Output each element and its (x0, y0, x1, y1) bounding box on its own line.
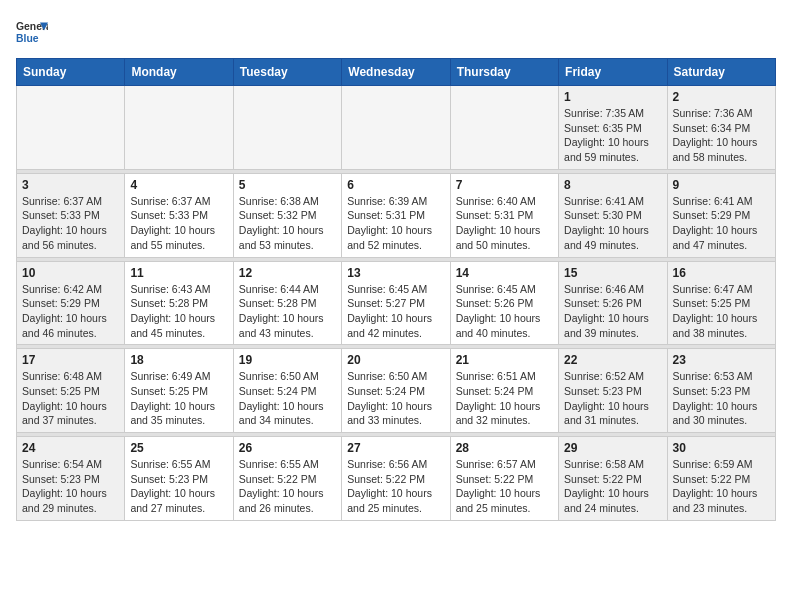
day-info: Sunrise: 6:52 AMSunset: 5:23 PMDaylight:… (564, 369, 661, 428)
day-number: 17 (22, 353, 119, 367)
day-number: 2 (673, 90, 770, 104)
calendar-cell-4-3: 27Sunrise: 6:56 AMSunset: 5:22 PMDayligh… (342, 437, 450, 521)
day-info: Sunrise: 6:49 AMSunset: 5:25 PMDaylight:… (130, 369, 227, 428)
day-number: 27 (347, 441, 444, 455)
day-info: Sunrise: 6:47 AMSunset: 5:25 PMDaylight:… (673, 282, 770, 341)
calendar-cell-3-4: 21Sunrise: 6:51 AMSunset: 5:24 PMDayligh… (450, 349, 558, 433)
calendar-cell-3-1: 18Sunrise: 6:49 AMSunset: 5:25 PMDayligh… (125, 349, 233, 433)
calendar-cell-0-1 (125, 86, 233, 170)
weekday-header-saturday: Saturday (667, 59, 775, 86)
day-number: 1 (564, 90, 661, 104)
weekday-header-thursday: Thursday (450, 59, 558, 86)
day-info: Sunrise: 6:55 AMSunset: 5:22 PMDaylight:… (239, 457, 336, 516)
calendar-cell-1-3: 6Sunrise: 6:39 AMSunset: 5:31 PMDaylight… (342, 173, 450, 257)
day-info: Sunrise: 6:51 AMSunset: 5:24 PMDaylight:… (456, 369, 553, 428)
day-number: 5 (239, 178, 336, 192)
weekday-header-monday: Monday (125, 59, 233, 86)
weekday-header-row: SundayMondayTuesdayWednesdayThursdayFrid… (17, 59, 776, 86)
logo: General Blue (16, 16, 48, 48)
day-number: 26 (239, 441, 336, 455)
day-number: 15 (564, 266, 661, 280)
day-number: 19 (239, 353, 336, 367)
calendar-cell-3-6: 23Sunrise: 6:53 AMSunset: 5:23 PMDayligh… (667, 349, 775, 433)
day-number: 24 (22, 441, 119, 455)
calendar-cell-3-0: 17Sunrise: 6:48 AMSunset: 5:25 PMDayligh… (17, 349, 125, 433)
day-number: 28 (456, 441, 553, 455)
week-row-4: 17Sunrise: 6:48 AMSunset: 5:25 PMDayligh… (17, 349, 776, 433)
day-number: 9 (673, 178, 770, 192)
day-number: 23 (673, 353, 770, 367)
logo-icon: General Blue (16, 16, 48, 48)
day-info: Sunrise: 6:48 AMSunset: 5:25 PMDaylight:… (22, 369, 119, 428)
day-info: Sunrise: 6:56 AMSunset: 5:22 PMDaylight:… (347, 457, 444, 516)
calendar-cell-4-4: 28Sunrise: 6:57 AMSunset: 5:22 PMDayligh… (450, 437, 558, 521)
week-row-2: 3Sunrise: 6:37 AMSunset: 5:33 PMDaylight… (17, 173, 776, 257)
calendar-cell-0-6: 2Sunrise: 7:36 AMSunset: 6:34 PMDaylight… (667, 86, 775, 170)
day-info: Sunrise: 6:50 AMSunset: 5:24 PMDaylight:… (347, 369, 444, 428)
svg-text:Blue: Blue (16, 33, 39, 44)
calendar-cell-2-0: 10Sunrise: 6:42 AMSunset: 5:29 PMDayligh… (17, 261, 125, 345)
calendar-cell-0-4 (450, 86, 558, 170)
day-info: Sunrise: 6:44 AMSunset: 5:28 PMDaylight:… (239, 282, 336, 341)
weekday-header-tuesday: Tuesday (233, 59, 341, 86)
day-number: 4 (130, 178, 227, 192)
calendar-cell-4-6: 30Sunrise: 6:59 AMSunset: 5:22 PMDayligh… (667, 437, 775, 521)
day-info: Sunrise: 6:43 AMSunset: 5:28 PMDaylight:… (130, 282, 227, 341)
day-number: 11 (130, 266, 227, 280)
day-info: Sunrise: 6:38 AMSunset: 5:32 PMDaylight:… (239, 194, 336, 253)
day-number: 22 (564, 353, 661, 367)
day-info: Sunrise: 6:57 AMSunset: 5:22 PMDaylight:… (456, 457, 553, 516)
calendar-cell-3-5: 22Sunrise: 6:52 AMSunset: 5:23 PMDayligh… (559, 349, 667, 433)
day-info: Sunrise: 6:42 AMSunset: 5:29 PMDaylight:… (22, 282, 119, 341)
calendar-cell-4-0: 24Sunrise: 6:54 AMSunset: 5:23 PMDayligh… (17, 437, 125, 521)
day-info: Sunrise: 6:40 AMSunset: 5:31 PMDaylight:… (456, 194, 553, 253)
day-number: 3 (22, 178, 119, 192)
calendar-cell-2-4: 14Sunrise: 6:45 AMSunset: 5:26 PMDayligh… (450, 261, 558, 345)
day-info: Sunrise: 6:54 AMSunset: 5:23 PMDaylight:… (22, 457, 119, 516)
day-number: 21 (456, 353, 553, 367)
page-header: General Blue (16, 16, 776, 48)
day-number: 25 (130, 441, 227, 455)
day-number: 13 (347, 266, 444, 280)
day-info: Sunrise: 6:55 AMSunset: 5:23 PMDaylight:… (130, 457, 227, 516)
day-info: Sunrise: 6:39 AMSunset: 5:31 PMDaylight:… (347, 194, 444, 253)
day-number: 8 (564, 178, 661, 192)
calendar-cell-2-5: 15Sunrise: 6:46 AMSunset: 5:26 PMDayligh… (559, 261, 667, 345)
calendar-cell-2-6: 16Sunrise: 6:47 AMSunset: 5:25 PMDayligh… (667, 261, 775, 345)
day-info: Sunrise: 6:45 AMSunset: 5:26 PMDaylight:… (456, 282, 553, 341)
day-info: Sunrise: 6:37 AMSunset: 5:33 PMDaylight:… (22, 194, 119, 253)
day-info: Sunrise: 6:58 AMSunset: 5:22 PMDaylight:… (564, 457, 661, 516)
calendar-cell-0-3 (342, 86, 450, 170)
week-row-3: 10Sunrise: 6:42 AMSunset: 5:29 PMDayligh… (17, 261, 776, 345)
day-info: Sunrise: 6:37 AMSunset: 5:33 PMDaylight:… (130, 194, 227, 253)
week-row-5: 24Sunrise: 6:54 AMSunset: 5:23 PMDayligh… (17, 437, 776, 521)
day-info: Sunrise: 7:36 AMSunset: 6:34 PMDaylight:… (673, 106, 770, 165)
calendar-cell-1-0: 3Sunrise: 6:37 AMSunset: 5:33 PMDaylight… (17, 173, 125, 257)
calendar-cell-1-1: 4Sunrise: 6:37 AMSunset: 5:33 PMDaylight… (125, 173, 233, 257)
day-info: Sunrise: 6:41 AMSunset: 5:29 PMDaylight:… (673, 194, 770, 253)
weekday-header-sunday: Sunday (17, 59, 125, 86)
calendar-cell-4-1: 25Sunrise: 6:55 AMSunset: 5:23 PMDayligh… (125, 437, 233, 521)
day-number: 18 (130, 353, 227, 367)
day-number: 29 (564, 441, 661, 455)
calendar-cell-3-3: 20Sunrise: 6:50 AMSunset: 5:24 PMDayligh… (342, 349, 450, 433)
day-info: Sunrise: 6:50 AMSunset: 5:24 PMDaylight:… (239, 369, 336, 428)
day-info: Sunrise: 6:41 AMSunset: 5:30 PMDaylight:… (564, 194, 661, 253)
day-number: 10 (22, 266, 119, 280)
calendar-cell-0-5: 1Sunrise: 7:35 AMSunset: 6:35 PMDaylight… (559, 86, 667, 170)
day-info: Sunrise: 6:59 AMSunset: 5:22 PMDaylight:… (673, 457, 770, 516)
calendar-table: SundayMondayTuesdayWednesdayThursdayFrid… (16, 58, 776, 521)
calendar-cell-4-5: 29Sunrise: 6:58 AMSunset: 5:22 PMDayligh… (559, 437, 667, 521)
calendar-cell-2-2: 12Sunrise: 6:44 AMSunset: 5:28 PMDayligh… (233, 261, 341, 345)
calendar-cell-0-2 (233, 86, 341, 170)
day-info: Sunrise: 6:53 AMSunset: 5:23 PMDaylight:… (673, 369, 770, 428)
calendar-cell-0-0 (17, 86, 125, 170)
calendar-cell-1-6: 9Sunrise: 6:41 AMSunset: 5:29 PMDaylight… (667, 173, 775, 257)
weekday-header-friday: Friday (559, 59, 667, 86)
calendar-cell-1-2: 5Sunrise: 6:38 AMSunset: 5:32 PMDaylight… (233, 173, 341, 257)
day-number: 7 (456, 178, 553, 192)
calendar-cell-3-2: 19Sunrise: 6:50 AMSunset: 5:24 PMDayligh… (233, 349, 341, 433)
calendar-cell-1-4: 7Sunrise: 6:40 AMSunset: 5:31 PMDaylight… (450, 173, 558, 257)
calendar-cell-1-5: 8Sunrise: 6:41 AMSunset: 5:30 PMDaylight… (559, 173, 667, 257)
weekday-header-wednesday: Wednesday (342, 59, 450, 86)
